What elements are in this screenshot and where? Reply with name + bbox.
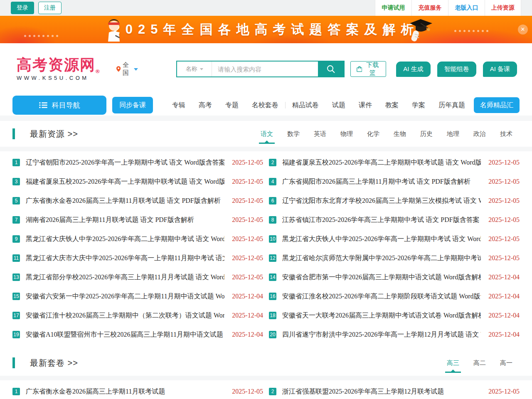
smart-paper-builder-button[interactable]: 智能组卷 xyxy=(437,62,476,77)
chevron-down-icon xyxy=(134,68,138,71)
subject-tab[interactable]: 生物 xyxy=(387,128,413,140)
list-item[interactable]: 2福建省厦泉五校2025-2026学年高二上学期期中联考试题 语文 Word版含… xyxy=(269,153,520,172)
nav-item[interactable]: 精品试卷 xyxy=(286,101,325,110)
topbar-link[interactable]: 充值服务 xyxy=(411,0,448,16)
ai-generate-button[interactable]: AI 生成 xyxy=(396,62,430,77)
item-title-link[interactable]: 四川省遂宁市射洪中学2025-2026学年高一上学期12月月考试题 语文 Wor… xyxy=(282,330,481,339)
item-title-link[interactable]: 黑龙江省哈尔滨师范大学附属中学2025-2026学年高二上学期期中考试 语... xyxy=(282,254,481,263)
banner-close-icon[interactable]: ✕ xyxy=(518,25,528,34)
topbar-link[interactable]: 老版入口 xyxy=(448,0,485,16)
subject-tab[interactable]: 地理 xyxy=(440,128,466,140)
item-number-badge: 8 xyxy=(269,216,276,224)
item-title-link[interactable]: 福建省厦泉五校2025-2026学年高二上学期期中联考试题 语文 Word版含.… xyxy=(282,158,481,167)
promo-banner[interactable]: 2025年全国各地高考试题答案及解析 ✕ xyxy=(0,16,532,43)
subject-tab[interactable]: 历史 xyxy=(413,128,440,140)
item-title-link[interactable]: 浙江省强基联盟2025-2026学年高三上学期12月联考试题 xyxy=(282,387,481,396)
grade-tab[interactable]: 高二 xyxy=(466,357,493,369)
list-item[interactable]: 10黑龙江省大庆铁人中学2025-2026学年高一上学期期中考试 语文 Word… xyxy=(269,229,520,249)
subject-tab[interactable]: 技术 xyxy=(493,128,520,140)
ai-lesson-prep-button[interactable]: AI 备课 xyxy=(483,62,517,77)
search-input[interactable] xyxy=(212,62,318,76)
item-date: 2025-12-05 xyxy=(232,159,263,166)
nav-item[interactable]: 专辑 xyxy=(165,101,192,110)
latest-resources-title[interactable]: 最新资源 >> xyxy=(30,128,78,140)
login-button[interactable]: 登录 xyxy=(11,2,34,14)
list-item[interactable]: 14安徽省合肥市第一中学2026届高三上学期期中语文试题 Word版含解析202… xyxy=(269,268,520,287)
topbar-link[interactable]: 申请试用 xyxy=(375,0,411,16)
item-title-link[interactable]: 广东省衡水金卷2026届高三上学期11月联考试题 语文 PDF版含解析 xyxy=(26,197,224,205)
item-title-link[interactable]: 安徽省A10联盟暨宿州市十三校2026届高三上学期11月期中语文试题 Wor..… xyxy=(26,330,224,339)
list-item[interactable]: 18安徽省天一大联考2026届高三上学期期中考试语文试卷 Word版含解析202… xyxy=(269,306,520,325)
top-utility-bar: 登录 注册 申请试用充值服务老版入口上传资源 xyxy=(0,0,532,16)
item-title-link[interactable]: 辽宁省沈阳市东北育才学校2026届高三上学期第三次模拟考试 语文 Word... xyxy=(282,197,481,205)
item-title-link[interactable]: 安徽省合肥市第一中学2026届高三上学期期中语文试题 Word版含解析 xyxy=(282,273,481,282)
item-title-link[interactable]: 福建省厦泉五校2025-2026学年高一上学期期中联考试题 语文 Word版含.… xyxy=(26,177,224,186)
list-item[interactable]: 9黑龙江省大庆铁人中学2025-2026学年高二上学期期中考试 语文 Word版… xyxy=(12,229,263,249)
list-item[interactable]: 1广东省衡水金卷2026届高三上学期11月联考试题2025-12-05 xyxy=(12,382,263,399)
register-button[interactable]: 注册 xyxy=(38,2,62,14)
list-item[interactable]: 5广东省衡水金卷2026届高三上学期11月联考试题 语文 PDF版含解析2025… xyxy=(12,191,263,210)
nav-item[interactable]: 专题 xyxy=(219,101,245,110)
item-title-link[interactable]: 辽宁省朝阳市2025-2026学年高一上学期期中考试 语文 Word版含答案 xyxy=(26,158,224,167)
list-item[interactable]: 11黑龙江省大庆市大庆中学2025-2026学年高一上学期11月期中考试 语文 … xyxy=(12,249,263,268)
nav-item[interactable]: 试题 xyxy=(325,101,352,110)
item-title-link[interactable]: 安徽省天一大联考2026届高三上学期期中考试语文试卷 Word版含解析 xyxy=(282,311,481,320)
list-item[interactable]: 19安徽省A10联盟暨宿州市十三校2026届高三上学期11月期中语文试题 Wor… xyxy=(12,325,263,344)
subject-tab[interactable]: 政治 xyxy=(466,128,493,140)
list-item[interactable]: 6辽宁省沈阳市东北育才学校2026届高三上学期第三次模拟考试 语文 Word..… xyxy=(269,191,520,210)
grade-tab[interactable]: 高一 xyxy=(493,357,520,369)
subject-tab[interactable]: 数学 xyxy=(280,128,307,140)
logo-domain: WWW.KS5U.COM xyxy=(17,75,101,81)
banner-dots-left xyxy=(24,35,58,37)
subject-tab[interactable]: 英语 xyxy=(307,128,333,140)
list-item[interactable]: 3福建省厦泉五校2025-2026学年高一上学期期中联考试题 语文 Word版含… xyxy=(12,172,263,191)
subject-nav-button[interactable]: 科目导航 xyxy=(12,96,106,115)
topbar-link[interactable]: 上传资源 xyxy=(485,0,521,16)
list-item[interactable]: 16安徽省江淮名校2025-2026学年高二上学期阶段联考语文试题 Word版含… xyxy=(269,287,520,306)
item-title-link[interactable]: 安徽省六安第一中学2025-2026学年高二上学期11月期中语文试题 Word版… xyxy=(26,292,224,301)
site-header: 高考资源网® WWW.KS5U.COM 全国 名称 下载篮 AI 生成智能组卷A… xyxy=(0,43,532,95)
item-title-link[interactable]: 湖南省2026届高三上学期11月联考试题 语文 PDF版含解析 xyxy=(26,216,224,224)
item-title-link[interactable]: 黑龙江省部分学校2025-2026学年高三上学期11月月考试题 语文 Word版… xyxy=(26,273,224,282)
banner-dots-right xyxy=(454,30,488,32)
list-item[interactable]: 2浙江省强基联盟2025-2026学年高三上学期12月联考试题2025-12-0… xyxy=(269,382,520,399)
item-title-link[interactable]: 安徽省江淮名校2025-2026学年高二上学期阶段联考语文试题 Word版含解析 xyxy=(282,292,481,301)
item-date: 2025-12-04 xyxy=(488,312,520,319)
item-title-link[interactable]: 江苏省镇江市2025-2026学年高三上学期期中考试 语文 PDF版含答案 xyxy=(282,216,481,224)
nav-item[interactable]: 名校套卷 xyxy=(245,101,285,110)
list-item[interactable]: 20四川省遂宁市射洪中学2025-2026学年高一上学期12月月考试题 语文 W… xyxy=(269,325,520,344)
item-title-link[interactable]: 安徽省江淮十校2026届高三上学期期中（第二次联考）语文试题 Word版... xyxy=(26,311,224,320)
grade-tab[interactable]: 高三 xyxy=(440,357,466,369)
list-item[interactable]: 1辽宁省朝阳市2025-2026学年高一上学期期中考试 语文 Word版含答案2… xyxy=(12,153,263,172)
subject-tab[interactable]: 化学 xyxy=(360,128,387,140)
list-item[interactable]: 15安徽省六安第一中学2025-2026学年高二上学期11月期中语文试题 Wor… xyxy=(12,287,263,306)
subject-tab[interactable]: 语文 xyxy=(254,128,280,140)
item-title-link[interactable]: 广东省揭阳市2026届高三上学期11月期中考试 语文 PDF版含解析 xyxy=(282,177,481,186)
search-category-dropdown[interactable]: 名称 xyxy=(177,62,212,76)
nav-item[interactable]: 教案 xyxy=(379,101,405,110)
nav-item[interactable]: 历年真题 xyxy=(432,101,472,110)
nav-item[interactable]: 课件 xyxy=(352,101,379,110)
site-logo[interactable]: 高考资源网® WWW.KS5U.COM xyxy=(17,57,101,81)
download-basket-button[interactable]: 下载篮 xyxy=(350,61,387,77)
graduation-cap-icon xyxy=(408,17,433,42)
list-item[interactable]: 17安徽省江淮十校2026届高三上学期期中（第二次联考）语文试题 Word版..… xyxy=(12,306,263,325)
subject-tab[interactable]: 物理 xyxy=(333,128,360,140)
search-button[interactable] xyxy=(318,62,344,76)
item-title-link[interactable]: 黑龙江省大庆市大庆中学2025-2026学年高一上学期11月期中考试 语文 W.… xyxy=(26,254,224,263)
item-title-link[interactable]: 黑龙江省大庆铁人中学2025-2026学年高二上学期期中考试 语文 Word版.… xyxy=(26,235,224,244)
item-title-link[interactable]: 广东省衡水金卷2026届高三上学期11月联考试题 xyxy=(26,387,224,396)
latest-papers-title[interactable]: 最新套卷 >> xyxy=(30,357,78,369)
nav-item[interactable]: 学案 xyxy=(405,101,432,110)
list-item[interactable]: 4广东省揭阳市2026届高三上学期11月期中考试 语文 PDF版含解析2025-… xyxy=(269,172,520,191)
famous-teacher-collection-button[interactable]: 名师精品汇 xyxy=(474,97,520,113)
item-title-link[interactable]: 黑龙江省大庆铁人中学2025-2026学年高一上学期期中考试 语文 Word版.… xyxy=(282,235,481,244)
list-item[interactable]: 7湖南省2026届高三上学期11月联考试题 语文 PDF版含解析2025-12-… xyxy=(12,210,263,229)
search-category-label: 名称 xyxy=(186,65,197,73)
list-item[interactable]: 12黑龙江省哈尔滨师范大学附属中学2025-2026学年高二上学期期中考试 语.… xyxy=(269,249,520,268)
list-item[interactable]: 13黑龙江省部分学校2025-2026学年高三上学期11月月考试题 语文 Wor… xyxy=(12,268,263,287)
region-selector[interactable]: 全国 xyxy=(116,61,138,77)
nav-item-sync-prep[interactable]: 同步备课 xyxy=(112,97,153,113)
nav-item[interactable]: 高考 xyxy=(192,101,219,110)
list-item[interactable]: 8江苏省镇江市2025-2026学年高三上学期期中考试 语文 PDF版含答案20… xyxy=(269,210,520,229)
